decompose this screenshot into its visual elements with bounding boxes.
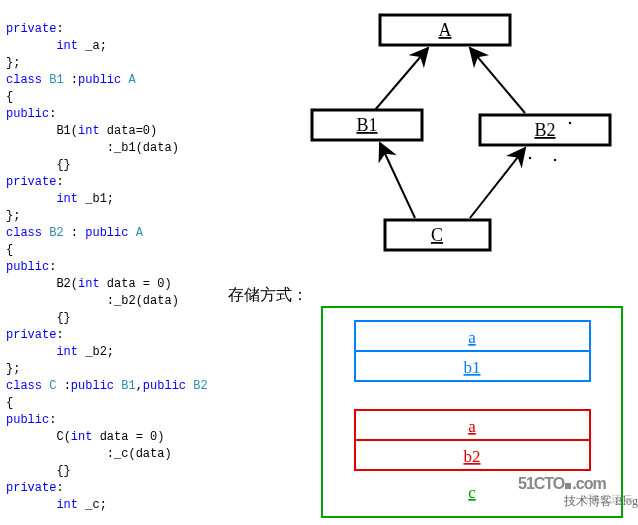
storage-caption: 存储方式： (228, 285, 308, 306)
wm-brand-right: .com (572, 475, 605, 492)
kw-int: int (78, 124, 100, 138)
watermark: 51CTO.com 技术博客 Blog ⓒ 亿速云 (518, 475, 638, 525)
cls-b2: B2 (49, 226, 63, 240)
p-data: data (136, 447, 165, 461)
p-data: data (143, 294, 172, 308)
svg-point-10 (554, 159, 556, 161)
svg-line-6 (380, 143, 415, 218)
init-b1: _b1 (114, 141, 136, 155)
mem-a2: a (468, 417, 476, 436)
p-data: data (107, 277, 136, 291)
svg-point-9 (529, 157, 531, 159)
diag-node-a: A (439, 20, 452, 40)
kw-public: public (143, 379, 186, 393)
kw-class: class (6, 379, 42, 393)
inheritance-diagram: A B1 B2 C (300, 10, 630, 265)
ctor-b2: B2 (56, 277, 70, 291)
p-data: data (143, 141, 172, 155)
mem-b1: b1 (464, 358, 481, 377)
svg-line-4 (375, 48, 428, 110)
n-0: 0 (143, 124, 150, 138)
init-b2: _b2 (114, 294, 136, 308)
cls-b2: B2 (193, 379, 207, 393)
wm-mini-icon: ⓒ (586, 493, 597, 505)
cls-b1: B1 (49, 73, 63, 87)
p-data: data (100, 430, 129, 444)
cls-c: C (49, 379, 56, 393)
kw-private: private (6, 175, 56, 189)
kw-public: public (78, 73, 121, 87)
p-data: data (107, 124, 136, 138)
id-a: _a (85, 39, 99, 53)
kw-int: int (56, 498, 78, 512)
svg-line-7 (470, 148, 525, 218)
cls-a: A (128, 73, 135, 87)
id-b2: _b2 (85, 345, 107, 359)
svg-point-8 (569, 122, 571, 124)
kw-public: public (6, 413, 49, 427)
kw-int: int (56, 345, 78, 359)
mem-a1: a (468, 328, 476, 347)
kw-private: private (6, 481, 56, 495)
mem-c: c (468, 483, 476, 502)
kw-class: class (6, 73, 42, 87)
diag-node-b2: B2 (534, 120, 555, 140)
kw-int: int (56, 192, 78, 206)
cls-b1: B1 (121, 379, 135, 393)
cls-a: A (136, 226, 143, 240)
id-c: _c (85, 498, 99, 512)
kw-public: public (6, 107, 49, 121)
kw-public: public (71, 379, 114, 393)
kw-int: int (56, 39, 78, 53)
source-code: private: int _a; }; class B1 :public A {… (6, 4, 208, 514)
wm-mini: 亿速云 (600, 493, 633, 505)
kw-class: class (6, 226, 42, 240)
kw-public: public (6, 260, 49, 274)
init-c: _c (114, 447, 128, 461)
kw-int: int (78, 277, 100, 291)
kw-private: private (6, 328, 56, 342)
ctor-b1: B1 (56, 124, 70, 138)
ctor-c: C (56, 430, 63, 444)
diag-node-b1: B1 (356, 115, 377, 135)
svg-line-5 (470, 48, 525, 113)
kw-public: public (85, 226, 128, 240)
diag-node-c: C (431, 225, 443, 245)
kw-private: private (6, 22, 56, 36)
mem-b2: b2 (464, 447, 481, 466)
wm-brand-left: 51CTO (518, 475, 564, 492)
id-b1: _b1 (85, 192, 107, 206)
kw-int: int (71, 430, 93, 444)
